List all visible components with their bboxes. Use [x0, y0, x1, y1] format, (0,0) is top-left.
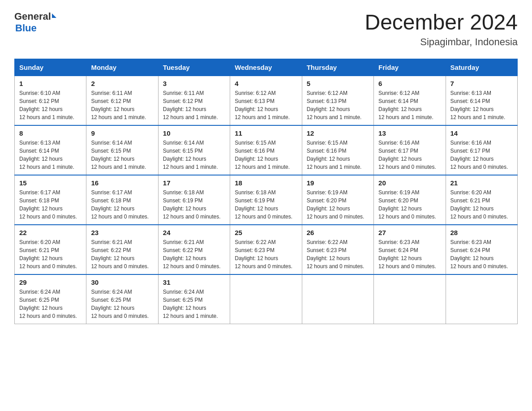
column-header-friday: Friday [374, 59, 446, 76]
day-info: Sunrise: 6:17 AMSunset: 6:18 PMDaylight:… [91, 189, 149, 220]
title-area: December 2024 Sipagimbar, Indonesia [365, 11, 518, 48]
calendar-cell: 23 Sunrise: 6:21 AMSunset: 6:22 PMDaylig… [86, 225, 158, 274]
calendar-cell: 8 Sunrise: 6:13 AMSunset: 6:14 PMDayligh… [15, 125, 86, 175]
calendar-cell: 21 Sunrise: 6:20 AMSunset: 6:21 PMDaylig… [446, 175, 517, 225]
day-number: 8 [19, 129, 82, 137]
calendar-cell: 31 Sunrise: 6:24 AMSunset: 6:25 PMDaylig… [158, 274, 230, 324]
calendar-cell: 6 Sunrise: 6:12 AMSunset: 6:14 PMDayligh… [374, 76, 446, 125]
calendar-cell: 13 Sunrise: 6:16 AMSunset: 6:17 PMDaylig… [374, 125, 446, 175]
calendar-cell: 17 Sunrise: 6:18 AMSunset: 6:19 PMDaylig… [158, 175, 230, 225]
calendar-cell: 7 Sunrise: 6:13 AMSunset: 6:14 PMDayligh… [446, 76, 517, 125]
calendar-cell [374, 274, 446, 324]
day-number: 9 [91, 129, 153, 137]
day-number: 27 [378, 229, 441, 236]
calendar-week-row: 1 Sunrise: 6:10 AMSunset: 6:12 PMDayligh… [15, 76, 518, 125]
day-info: Sunrise: 6:18 AMSunset: 6:19 PMDaylight:… [235, 189, 292, 220]
day-number: 26 [307, 229, 369, 236]
day-info: Sunrise: 6:22 AMSunset: 6:23 PMDaylight:… [307, 239, 365, 270]
day-info: Sunrise: 6:15 AMSunset: 6:16 PMDaylight:… [235, 140, 290, 170]
day-info: Sunrise: 6:21 AMSunset: 6:22 PMDaylight:… [91, 239, 149, 270]
calendar-cell: 25 Sunrise: 6:22 AMSunset: 6:23 PMDaylig… [230, 225, 302, 274]
column-header-wednesday: Wednesday [230, 59, 302, 76]
calendar-header-row: SundayMondayTuesdayWednesdayThursdayFrid… [15, 59, 518, 76]
day-info: Sunrise: 6:14 AMSunset: 6:15 PMDaylight:… [91, 140, 146, 170]
calendar-cell [446, 274, 517, 324]
calendar-cell: 15 Sunrise: 6:17 AMSunset: 6:18 PMDaylig… [15, 175, 86, 225]
day-number: 24 [163, 229, 225, 236]
day-number: 17 [163, 179, 225, 187]
day-info: Sunrise: 6:13 AMSunset: 6:14 PMDaylight:… [450, 90, 506, 120]
calendar-cell: 16 Sunrise: 6:17 AMSunset: 6:18 PMDaylig… [86, 175, 158, 225]
day-info: Sunrise: 6:19 AMSunset: 6:20 PMDaylight:… [378, 189, 436, 220]
day-number: 4 [235, 80, 297, 87]
page-header: General Blue December 2024 Sipagimbar, I… [14, 11, 518, 48]
calendar-week-row: 22 Sunrise: 6:20 AMSunset: 6:21 PMDaylig… [15, 225, 518, 274]
day-number: 31 [163, 278, 225, 286]
day-number: 19 [307, 179, 369, 187]
calendar-week-row: 15 Sunrise: 6:17 AMSunset: 6:18 PMDaylig… [15, 175, 518, 225]
day-info: Sunrise: 6:20 AMSunset: 6:21 PMDaylight:… [19, 239, 77, 270]
month-title: December 2024 [365, 11, 518, 34]
calendar-cell: 18 Sunrise: 6:18 AMSunset: 6:19 PMDaylig… [230, 175, 302, 225]
calendar-cell: 27 Sunrise: 6:23 AMSunset: 6:24 PMDaylig… [374, 225, 446, 274]
calendar-cell: 5 Sunrise: 6:12 AMSunset: 6:13 PMDayligh… [302, 76, 373, 125]
calendar-cell [230, 274, 302, 324]
logo-blue-text: Blue [15, 22, 37, 34]
day-number: 22 [19, 229, 82, 236]
day-number: 3 [163, 80, 225, 87]
calendar-cell: 2 Sunrise: 6:11 AMSunset: 6:12 PMDayligh… [86, 76, 158, 125]
calendar-cell [302, 274, 373, 324]
day-info: Sunrise: 6:24 AMSunset: 6:25 PMDaylight:… [19, 289, 77, 319]
day-number: 14 [450, 129, 513, 137]
calendar-cell: 9 Sunrise: 6:14 AMSunset: 6:15 PMDayligh… [86, 125, 158, 175]
calendar-cell: 11 Sunrise: 6:15 AMSunset: 6:16 PMDaylig… [230, 125, 302, 175]
logo-general-text: General [14, 11, 51, 22]
day-info: Sunrise: 6:13 AMSunset: 6:14 PMDaylight:… [19, 140, 74, 170]
day-info: Sunrise: 6:22 AMSunset: 6:23 PMDaylight:… [235, 239, 292, 270]
day-info: Sunrise: 6:10 AMSunset: 6:12 PMDaylight:… [19, 90, 74, 120]
calendar-cell: 10 Sunrise: 6:14 AMSunset: 6:15 PMDaylig… [158, 125, 230, 175]
column-header-sunday: Sunday [15, 59, 86, 76]
day-number: 16 [91, 179, 153, 187]
day-info: Sunrise: 6:17 AMSunset: 6:18 PMDaylight:… [19, 189, 77, 220]
day-info: Sunrise: 6:23 AMSunset: 6:24 PMDaylight:… [450, 239, 508, 270]
day-number: 5 [307, 80, 369, 87]
day-number: 30 [91, 278, 153, 286]
day-info: Sunrise: 6:24 AMSunset: 6:25 PMDaylight:… [163, 289, 218, 319]
day-number: 25 [235, 229, 297, 236]
day-info: Sunrise: 6:20 AMSunset: 6:21 PMDaylight:… [450, 189, 508, 220]
calendar-cell: 14 Sunrise: 6:16 AMSunset: 6:17 PMDaylig… [446, 125, 517, 175]
calendar-week-row: 29 Sunrise: 6:24 AMSunset: 6:25 PMDaylig… [15, 274, 518, 324]
day-number: 15 [19, 179, 82, 187]
day-number: 6 [378, 80, 441, 87]
day-info: Sunrise: 6:12 AMSunset: 6:14 PMDaylight:… [378, 90, 433, 120]
calendar-cell: 30 Sunrise: 6:24 AMSunset: 6:25 PMDaylig… [86, 274, 158, 324]
day-info: Sunrise: 6:16 AMSunset: 6:17 PMDaylight:… [450, 140, 508, 170]
day-info: Sunrise: 6:16 AMSunset: 6:17 PMDaylight:… [378, 140, 436, 170]
calendar-week-row: 8 Sunrise: 6:13 AMSunset: 6:14 PMDayligh… [15, 125, 518, 175]
day-info: Sunrise: 6:19 AMSunset: 6:20 PMDaylight:… [307, 189, 365, 220]
column-header-monday: Monday [86, 59, 158, 76]
day-number: 12 [307, 129, 369, 137]
day-number: 21 [450, 179, 513, 187]
day-number: 23 [91, 229, 153, 236]
day-info: Sunrise: 6:11 AMSunset: 6:12 PMDaylight:… [163, 90, 218, 120]
column-header-thursday: Thursday [302, 59, 373, 76]
day-number: 10 [163, 129, 225, 137]
day-info: Sunrise: 6:12 AMSunset: 6:13 PMDaylight:… [307, 90, 362, 120]
day-info: Sunrise: 6:12 AMSunset: 6:13 PMDaylight:… [235, 90, 290, 120]
calendar-cell: 3 Sunrise: 6:11 AMSunset: 6:12 PMDayligh… [158, 76, 230, 125]
day-info: Sunrise: 6:18 AMSunset: 6:19 PMDaylight:… [163, 189, 221, 220]
day-info: Sunrise: 6:24 AMSunset: 6:25 PMDaylight:… [91, 289, 149, 319]
calendar-cell: 20 Sunrise: 6:19 AMSunset: 6:20 PMDaylig… [374, 175, 446, 225]
calendar-cell: 19 Sunrise: 6:19 AMSunset: 6:20 PMDaylig… [302, 175, 373, 225]
calendar-cell: 12 Sunrise: 6:15 AMSunset: 6:16 PMDaylig… [302, 125, 373, 175]
calendar-cell: 28 Sunrise: 6:23 AMSunset: 6:24 PMDaylig… [446, 225, 517, 274]
day-info: Sunrise: 6:15 AMSunset: 6:16 PMDaylight:… [307, 140, 362, 170]
day-number: 18 [235, 179, 297, 187]
day-number: 13 [378, 129, 441, 137]
calendar-cell: 29 Sunrise: 6:24 AMSunset: 6:25 PMDaylig… [15, 274, 86, 324]
day-info: Sunrise: 6:14 AMSunset: 6:15 PMDaylight:… [163, 140, 218, 170]
day-info: Sunrise: 6:11 AMSunset: 6:12 PMDaylight:… [91, 90, 146, 120]
location-title: Sipagimbar, Indonesia [365, 36, 518, 48]
